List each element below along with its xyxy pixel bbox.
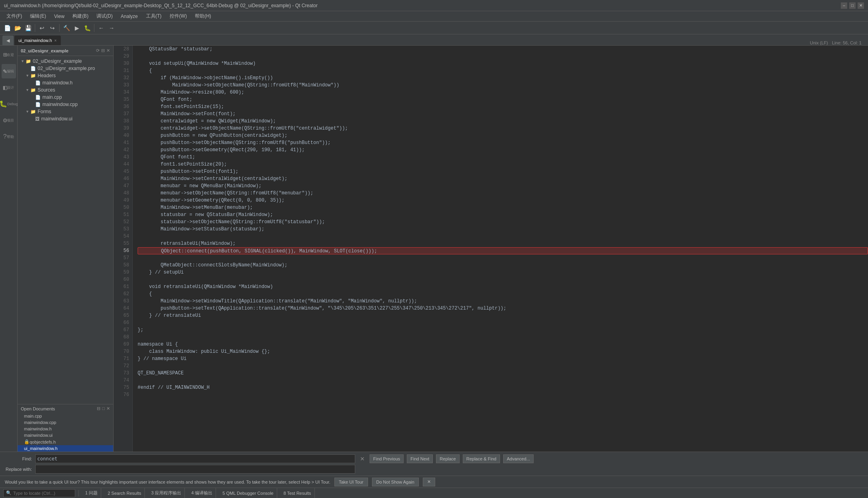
menu-build[interactable]: 构建(B) [69, 12, 92, 20]
code-line-32[interactable]: if (MainWindow->objectName().isEmpty()) [138, 74, 868, 82]
search-results-tab[interactable]: 2 Search Results [104, 488, 145, 498]
code-content[interactable]: QStatusBar *statusbar; void setupUi(QMai… [133, 46, 868, 452]
open-doc-mainwindow-cpp[interactable]: mainwindow.cpp [18, 419, 113, 426]
open-docs-ctrl2[interactable]: □ [102, 406, 105, 411]
find-next-btn[interactable]: Find Next [407, 454, 433, 463]
tree-project-root[interactable]: ▼ 📁 02_uiDesignr_example [18, 58, 113, 65]
code-line-39[interactable]: centralwidget->setObjectName(QString::fr… [138, 125, 868, 132]
redo-btn[interactable]: ↪ [48, 23, 57, 33]
close-panel-icon[interactable]: ✕ [106, 48, 110, 53]
activity-project[interactable]: ⚙项目 [2, 113, 16, 128]
replace-input[interactable] [35, 465, 355, 474]
code-line-42[interactable]: pushButton->setGeometry(QRect(290, 190, … [138, 146, 868, 154]
code-editor[interactable]: 2829303132333435363738394041424344454647… [114, 46, 868, 452]
open-doc-mainwindow-h[interactable]: mainwindow.h [18, 426, 113, 432]
code-line-34[interactable]: MainWindow->resize(800, 600); [138, 89, 868, 96]
code-line-52[interactable]: statusbar->setObjectName(QString::fromUt… [138, 218, 868, 226]
back-btn[interactable]: ← [96, 23, 106, 33]
advanced-btn[interactable]: Advanced... [503, 454, 534, 463]
menu-debug[interactable]: 调试(D) [93, 12, 116, 20]
code-line-37[interactable]: MainWindow->setFont(font); [138, 110, 868, 118]
code-line-45[interactable]: pushButton->setFont(font1); [138, 168, 868, 175]
filter-icon[interactable]: ⊟ [101, 48, 105, 53]
code-line-50[interactable]: MainWindow->setMenuBar(menubar); [138, 204, 868, 211]
code-line-54[interactable] [138, 233, 868, 240]
code-line-57[interactable] [138, 254, 868, 262]
tree-forms-folder[interactable]: ▼ 📁 Forms [18, 108, 113, 115]
tree-sources-folder[interactable]: ▼ 📁 Sources [18, 86, 113, 94]
tree-pro-file[interactable]: 📄 02_uiDesignr_example.pro [18, 65, 113, 72]
close-button[interactable]: ✕ [858, 2, 864, 9]
forward-btn[interactable]: → [107, 23, 116, 33]
code-line-70[interactable]: class MainWindow: public Ui_MainWindow {… [138, 348, 868, 355]
activity-edit[interactable]: ✎编辑 [2, 64, 16, 78]
open-doc-qobjectdefs-h[interactable]: 🔒 qobjectdefs.h [18, 438, 113, 445]
debug-run-btn[interactable]: 🐛 [82, 23, 92, 33]
open-documents-header[interactable]: Open Documents ⊟ □ ✕ [18, 404, 113, 413]
tree-main-cpp[interactable]: 📄 main.cpp [18, 94, 113, 101]
find-input[interactable] [35, 454, 355, 463]
tree-mainwindow-cpp[interactable]: 📄 mainwindow.cpp [18, 101, 113, 108]
activity-debug[interactable]: 🐛Debug [2, 97, 16, 111]
code-line-41[interactable]: pushButton->setObjectName(QString::fromU… [138, 139, 868, 146]
code-line-30[interactable]: void setupUi(QMainWindow *MainWindow) [138, 60, 868, 67]
code-line-49[interactable]: menubar->setGeometry(QRect(0, 0, 800, 35… [138, 197, 868, 204]
code-line-31[interactable]: { [138, 67, 868, 74]
open-doc-mainwindow-ui[interactable]: mainwindow.ui [18, 432, 113, 438]
app-output-tab[interactable]: 3 应用程序输出 [148, 488, 185, 498]
save-btn[interactable]: 💾 [23, 23, 33, 33]
qml-debug-tab[interactable]: 5 QML Debugger Console [219, 488, 277, 498]
find-clear-btn[interactable]: ✕ [358, 456, 366, 462]
code-line-35[interactable]: QFont font; [138, 96, 868, 103]
build-btn[interactable]: 🔨 [62, 23, 71, 33]
open-doc-ui-mainwindow-h[interactable]: ui_mainwindow.h [18, 445, 113, 452]
code-line-36[interactable]: font.setPointSize(15); [138, 103, 868, 110]
code-line-58[interactable]: QMetaObject::connectSlotsByName(MainWind… [138, 262, 868, 269]
code-line-48[interactable]: menubar->setObjectName(QString::fromUtf8… [138, 190, 868, 197]
locate-input[interactable] [13, 491, 69, 496]
menu-file[interactable]: 文件(F) [3, 12, 25, 20]
code-line-33[interactable]: MainWindow->setObjectName(QString::fromU… [138, 82, 868, 89]
tree-mainwindow-h[interactable]: 📄 mainwindow.h [18, 79, 113, 86]
code-line-56[interactable]: QObject::connect(pushButton, SIGNAL(clic… [138, 247, 868, 254]
code-line-63[interactable]: MainWindow->setWindowTitle(QApplication:… [138, 298, 868, 305]
code-line-67[interactable]: }; [138, 326, 868, 334]
maximize-button[interactable]: □ [849, 2, 856, 9]
code-line-64[interactable]: pushButton->setText(QApplication::transl… [138, 305, 868, 312]
code-line-76[interactable] [138, 391, 868, 398]
tab-prev[interactable]: ◀ [2, 36, 14, 45]
code-line-69[interactable]: namespace Ui { [138, 341, 868, 348]
code-line-53[interactable]: MainWindow->setStatusBar(statusbar); [138, 226, 868, 233]
code-line-72[interactable] [138, 362, 868, 370]
tab-close-icon[interactable]: × [54, 38, 57, 43]
code-line-40[interactable]: pushButton = new QPushButton(centralwidg… [138, 132, 868, 139]
compile-output-tab[interactable]: 4 编译输出 [188, 488, 216, 498]
new-file-btn[interactable]: 📄 [2, 23, 12, 33]
take-ui-tour-btn[interactable]: Take UI Tour [334, 478, 368, 486]
code-line-38[interactable]: centralwidget = new QWidget(MainWindow); [138, 118, 868, 125]
code-line-62[interactable]: { [138, 290, 868, 298]
code-line-46[interactable]: MainWindow->setCentralWidget(centralwidg… [138, 175, 868, 182]
menu-analyze[interactable]: Analyze [118, 13, 141, 20]
activity-help[interactable]: ?帮助 [2, 130, 16, 144]
find-previous-btn[interactable]: Find Previous [370, 454, 404, 463]
code-line-51[interactable]: statusbar = new QStatusBar(MainWindow); [138, 211, 868, 218]
code-line-55[interactable]: retranslateUi(MainWindow); [138, 240, 868, 247]
menu-tools[interactable]: 工具(T) [143, 12, 165, 20]
menu-controls[interactable]: 控件(W) [166, 12, 190, 20]
code-line-43[interactable]: QFont font1; [138, 154, 868, 161]
minimize-button[interactable]: – [841, 2, 847, 9]
locate-bar[interactable]: 🔍 [3, 489, 75, 497]
do-not-show-again-btn[interactable]: Do Not Show Again [372, 478, 419, 486]
open-doc-main-cpp[interactable]: main.cpp [18, 413, 113, 419]
sync-icon[interactable]: ⟳ [96, 48, 100, 53]
activity-design[interactable]: ◧设计 [2, 80, 16, 95]
menu-view[interactable]: View [51, 13, 68, 20]
replace-btn[interactable]: Replace [436, 454, 459, 463]
undo-btn[interactable]: ↩ [37, 23, 47, 33]
code-line-47[interactable]: menubar = new QMenuBar(MainWindow); [138, 182, 868, 190]
code-line-44[interactable]: font1.setPointSize(20); [138, 161, 868, 168]
open-docs-ctrl3[interactable]: ✕ [106, 406, 110, 411]
issues-tab[interactable]: 1 问题 [82, 488, 101, 498]
code-line-29[interactable] [138, 53, 868, 60]
